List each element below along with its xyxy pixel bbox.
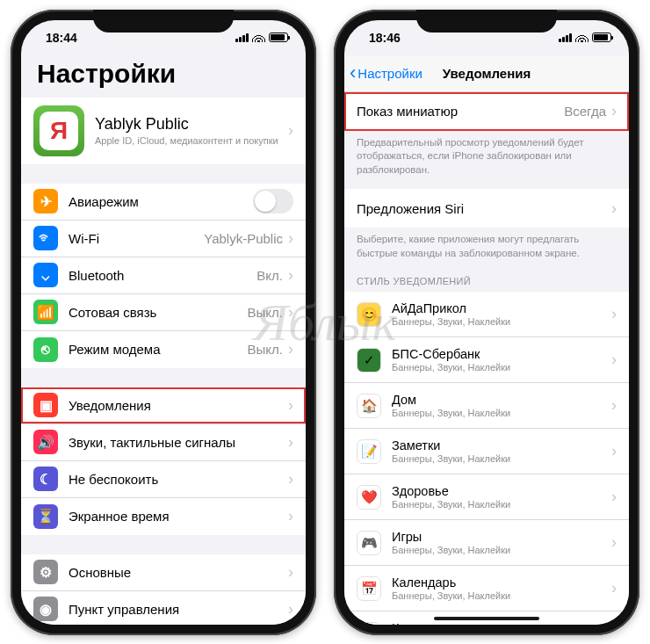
- page-title: Настройки: [21, 55, 306, 98]
- phone-right: 18:46 ‹ Настройки Уведомления Показ мини…: [334, 10, 639, 635]
- row-bluetooth[interactable]: ⌵ Bluetooth Вкл. ›: [21, 257, 306, 294]
- chevron-right-icon: ›: [611, 102, 617, 120]
- profile-name: Yablyk Public: [95, 115, 288, 134]
- row-sounds[interactable]: 🔊 Звуки, тактильные сигналы ›: [21, 424, 306, 461]
- row-show-previews[interactable]: Показ миниатюр Всегда ›: [344, 92, 629, 131]
- wifi-icon: [252, 31, 265, 45]
- value-hotspot: Выкл.: [248, 342, 283, 357]
- label-sounds: Звуки, тактильные сигналы: [69, 435, 288, 450]
- profile-subtitle: Apple ID, iCloud, медиаконтент и покупки: [95, 135, 288, 146]
- row-dnd[interactable]: ☾ Не беспокоить ›: [21, 461, 306, 498]
- control-center-icon: ◉: [33, 597, 58, 621]
- avatar: Я: [33, 105, 84, 156]
- group-profile: Я Yablyk Public Apple ID, iCloud, медиак…: [21, 98, 306, 164]
- app-detail: Баннеры, Звуки, Наклейки: [392, 316, 611, 327]
- app-detail: Баннеры, Звуки, Наклейки: [392, 590, 611, 601]
- value-bt: Вкл.: [256, 268, 283, 283]
- row-app[interactable]: ❤️ЗдоровьеБаннеры, Звуки, Наклейки›: [344, 474, 629, 520]
- section-header-style: СТИЛЬ УВЕДОМЛЕНИЙ: [344, 272, 629, 292]
- screen-settings: 18:44 Настройки Я Yablyk Public Apple ID…: [21, 20, 306, 625]
- app-icon: 🏠: [357, 394, 381, 418]
- row-notifications[interactable]: ▣ Уведомления ›: [21, 387, 306, 424]
- chevron-right-icon: ›: [288, 396, 293, 415]
- app-name: Здоровье: [392, 484, 611, 498]
- chevron-right-icon: ›: [611, 199, 617, 218]
- signal-icon: [235, 33, 249, 42]
- notch: [416, 10, 557, 33]
- label-wifi: Wi-Fi: [69, 231, 204, 246]
- label-siri: Предложения Siri: [357, 201, 611, 216]
- nav-title: Уведомления: [344, 66, 629, 81]
- label-hotspot: Режим модема: [69, 342, 248, 357]
- cellular-icon: 📶: [33, 300, 58, 324]
- chevron-right-icon: ›: [288, 303, 293, 322]
- value-preview: Всегда: [564, 104, 606, 119]
- chevron-right-icon: ›: [611, 305, 617, 323]
- row-screentime[interactable]: ⏳ Экранное время ›: [21, 498, 306, 535]
- app-name: Дом: [392, 393, 611, 407]
- chevron-right-icon: ›: [288, 600, 293, 619]
- gear-icon: ⚙: [33, 560, 58, 584]
- row-control-center[interactable]: ◉ Пункт управления ›: [21, 591, 306, 625]
- hotspot-icon: ⎋: [33, 337, 58, 362]
- status-time: 18:46: [369, 31, 401, 45]
- chevron-right-icon: ›: [611, 396, 617, 415]
- row-apple-id[interactable]: Я Yablyk Public Apple ID, iCloud, медиак…: [21, 98, 306, 164]
- toggle-airplane[interactable]: [253, 189, 293, 213]
- group-general: ⚙ Основные › ◉ Пункт управления › AA Экр…: [21, 554, 306, 625]
- app-detail: Баннеры, Звуки, Наклейки: [392, 545, 611, 555]
- app-icon: ❤️: [357, 485, 381, 510]
- chevron-right-icon: ›: [288, 470, 293, 488]
- app-detail: Баннеры, Звуки, Наклейки: [392, 453, 611, 464]
- chevron-right-icon: ›: [288, 266, 293, 285]
- value-cell: Выкл.: [248, 305, 283, 320]
- group-siri: Предложения Siri ›: [344, 189, 629, 228]
- app-icon: 😊: [357, 302, 381, 327]
- app-icon: ✓: [357, 348, 381, 373]
- battery-icon: [269, 33, 288, 42]
- row-app[interactable]: 📝ЗаметкиБаннеры, Звуки, Наклейки›: [344, 429, 629, 474]
- dnd-icon: ☾: [33, 467, 58, 491]
- signal-icon: [559, 33, 572, 42]
- row-app[interactable]: ✓БПС-СбербанкБаннеры, Звуки, Наклейки›: [344, 337, 629, 383]
- airplane-icon: ✈: [33, 189, 58, 213]
- row-cellular[interactable]: 📶 Сотовая связь Выкл. ›: [21, 294, 306, 331]
- row-general[interactable]: ⚙ Основные ›: [21, 554, 306, 591]
- label-screentime: Экранное время: [69, 509, 288, 524]
- app-name: Карты: [392, 621, 611, 624]
- app-detail: Баннеры, Звуки, Наклейки: [392, 499, 611, 510]
- app-icon: 📝: [357, 439, 381, 464]
- phone-left: 18:44 Настройки Я Yablyk Public Apple ID…: [11, 10, 316, 635]
- notifications-icon: ▣: [33, 393, 58, 417]
- row-app[interactable]: 😊АйДаПриколБаннеры, Звуки, Наклейки›: [344, 292, 629, 337]
- wifi-icon: [575, 31, 589, 45]
- label-cell: Сотовая связь: [69, 305, 248, 320]
- row-app[interactable]: 🏠ДомБаннеры, Звуки, Наклейки›: [344, 383, 629, 429]
- wifi-settings-icon: ᯤ: [33, 226, 58, 250]
- home-indicator[interactable]: [434, 617, 539, 620]
- chevron-right-icon: ›: [611, 533, 617, 552]
- label-notif: Уведомления: [69, 398, 288, 413]
- notch: [93, 10, 234, 33]
- app-detail: Баннеры, Звуки, Наклейки: [392, 362, 611, 373]
- app-name: АйДаПрикол: [392, 301, 611, 315]
- footer-preview: Предварительный просмотр уведомлений буд…: [344, 131, 629, 190]
- label-dnd: Не беспокоить: [69, 472, 288, 487]
- row-airplane[interactable]: ✈ Авиарежим: [21, 184, 306, 221]
- row-app[interactable]: 📅КалендарьБаннеры, Звуки, Наклейки›: [344, 566, 629, 611]
- footer-siri: Выберите, какие приложения могут предлаг…: [344, 228, 629, 272]
- app-name: Заметки: [392, 438, 611, 452]
- battery-icon: [592, 33, 611, 42]
- value-wifi: Yablyk-Public: [204, 231, 283, 246]
- row-siri-suggestions[interactable]: Предложения Siri ›: [344, 189, 629, 228]
- app-icon: 🎮: [357, 531, 381, 555]
- row-wifi[interactable]: ᯤ Wi-Fi Yablyk-Public ›: [21, 221, 306, 257]
- label-bt: Bluetooth: [69, 268, 256, 283]
- chevron-right-icon: ›: [611, 488, 617, 506]
- row-hotspot[interactable]: ⎋ Режим модема Выкл. ›: [21, 331, 306, 368]
- chevron-right-icon: ›: [288, 563, 293, 582]
- label-preview: Показ миниатюр: [357, 104, 564, 119]
- label-airplane: Авиарежим: [69, 194, 253, 209]
- row-app[interactable]: 🎮ИгрыБаннеры, Звуки, Наклейки›: [344, 520, 629, 566]
- group-network: ✈ Авиарежим ᯤ Wi-Fi Yablyk-Public › ⌵ Bl…: [21, 184, 306, 368]
